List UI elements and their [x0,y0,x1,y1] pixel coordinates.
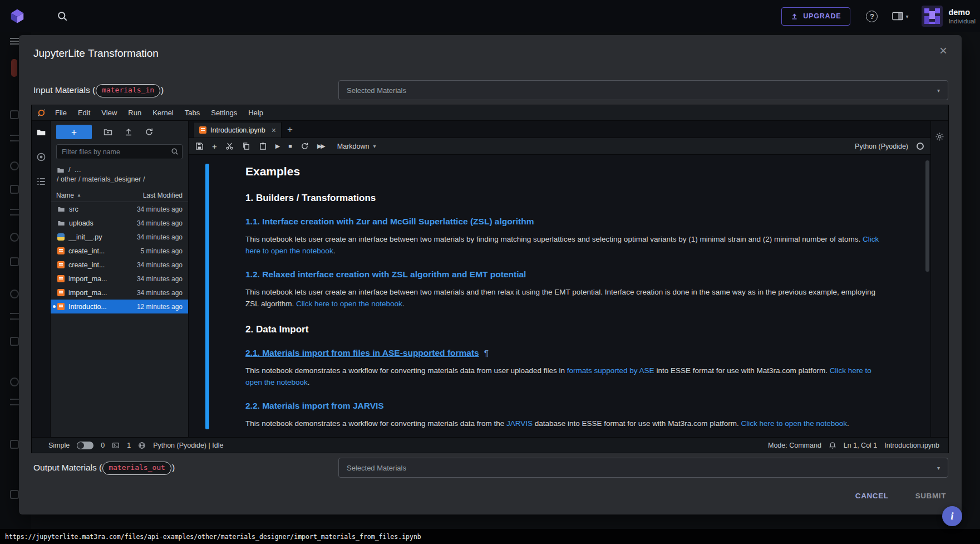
home-folder-icon[interactable] [57,166,65,174]
breadcrumb: / … / other / materials_designer / [51,160,188,187]
new-tab-icon[interactable]: + [282,124,298,138]
close-icon[interactable]: × [939,44,947,57]
open-notebook-link[interactable]: Click here to open the notebook [741,419,847,428]
md-link-heading-2-2[interactable]: 2.2. Materials import from JARVIS [245,401,885,411]
table-of-contents-icon[interactable] [36,177,46,187]
submit-button[interactable]: SUBMIT [915,492,946,500]
menu-file[interactable]: File [50,109,72,117]
upgrade-button[interactable]: UPGRADE [781,7,850,26]
dropdown-label: Selected Materials [347,86,937,95]
upgrade-label: UPGRADE [803,12,841,20]
close-tab-icon[interactable]: × [272,126,276,135]
menu-run[interactable]: Run [122,109,147,117]
search-icon[interactable] [57,11,68,22]
kernel-status-icon[interactable] [917,143,924,150]
table-row[interactable]: create_int... 34 minutes ago [51,258,188,272]
restart-kernel-icon[interactable] [301,142,309,150]
view-switcher-icon[interactable]: ▾ [892,12,908,21]
md-paragraph-2-1: This notebook demonstrates a workflow fo… [245,365,885,388]
menu-kernel[interactable]: Kernel [147,109,179,117]
tab-introduction-ipynb[interactable]: Introduction.ipynb × [194,122,282,138]
input-selected-materials-dropdown[interactable]: Selected Materials ▾ [338,80,948,100]
info-icon: i [951,510,953,522]
period: . [333,247,336,255]
copy-cell-icon[interactable] [242,142,250,150]
file-name: import_ma... [68,275,137,283]
add-cell-icon[interactable]: + [212,142,217,150]
cut-cell-icon[interactable] [225,142,234,150]
md-paragraph-1-2: This notebook lets user create an interf… [245,286,885,310]
new-launcher-button[interactable]: + [56,125,92,139]
menu-view[interactable]: View [96,109,122,117]
bell-icon[interactable] [829,442,836,449]
markdown-cell: Examples 1. Builders / Transformations 1… [205,164,930,429]
output-selected-materials-dropdown[interactable]: Selected Materials ▾ [338,458,948,478]
notebook-content: Examples 1. Builders / Transformations 1… [189,155,930,437]
cancel-button[interactable]: CANCEL [855,492,889,500]
file-modified: 34 minutes ago [137,289,183,297]
ase-formats-link[interactable]: formats supported by ASE [567,366,654,375]
upload-files-icon[interactable] [124,128,133,136]
kernel-state[interactable]: Python (Pyodide) | Idle [153,442,223,449]
md-paragraph-2-2: This notebook demonstrates a workflow fo… [245,418,885,429]
table-row[interactable]: import_ma... 34 minutes ago [51,286,188,300]
stop-kernel-icon[interactable]: ■ [288,143,292,149]
avatar[interactable] [922,6,943,27]
notebook-panel: Introduction.ipynb × + + ▶ ■ ▶▶ [189,121,930,437]
open-notebook-link[interactable]: Click here to open the notebook [296,300,402,308]
table-row[interactable]: uploads 34 minutes ago [51,216,188,230]
cell-type-dropdown[interactable]: Markdown ▾ [337,143,376,150]
anchor-pilcrow-icon[interactable]: ¶ [484,348,489,357]
breadcrumb-root[interactable]: / [68,165,70,175]
menu-help[interactable]: Help [243,109,269,117]
simple-mode-toggle[interactable] [77,442,93,449]
save-icon[interactable] [195,142,204,150]
menu-settings[interactable]: Settings [205,109,243,117]
file-modified: 34 minutes ago [137,205,183,213]
restart-run-all-icon[interactable]: ▶▶ [317,143,324,149]
help-icon[interactable]: ? [866,11,878,22]
file-browser-icon[interactable] [36,128,46,138]
mat3ra-logo[interactable] [9,8,26,24]
notebook-scrollbar[interactable] [925,160,929,272]
file-browser-toolbar: + [51,121,188,142]
menu-tabs[interactable]: Tabs [179,109,205,117]
column-header-name[interactable]: Name ▲ [56,192,143,199]
breadcrumb-path[interactable]: / other / materials_designer / [57,175,145,183]
breadcrumb-ellipsis[interactable]: … [74,165,81,175]
terminal-icon[interactable] [112,442,120,449]
md-link-heading-2-1[interactable]: 2.1. Materials import from files in ASE-… [245,348,885,358]
chevron-down-icon: ▾ [937,465,940,471]
jarvis-link[interactable]: JARVIS [506,419,533,428]
open-file-dot-icon [53,305,56,308]
folder-icon [57,219,65,227]
chevron-down-icon: ▾ [937,87,940,94]
md-link-heading-1-1[interactable]: 1.1. Interface creation with Zur and McG… [245,217,885,227]
period: . [308,378,310,386]
globe-icon[interactable] [138,442,146,449]
file-table-header: Name ▲ Last Modified [51,189,188,202]
paragraph-text: This notebook lets user create an interf… [245,235,863,243]
settings-gear-icon[interactable] [935,132,944,437]
paste-cell-icon[interactable] [259,142,267,150]
menu-edit[interactable]: Edit [72,109,96,117]
cell-collapser[interactable] [205,164,209,429]
run-cell-icon[interactable]: ▶ [275,143,280,149]
cursor-position[interactable]: Ln 1, Col 1 [844,442,877,449]
new-folder-icon[interactable] [104,128,112,136]
file-browser-panel: + [51,121,189,437]
kernel-name-button[interactable]: Python (Pyodide) [855,143,908,150]
file-modified: 34 minutes ago [137,219,183,227]
md-link-heading-1-2[interactable]: 1.2. Relaxed interface creation with ZSL… [245,269,885,280]
running-kernels-icon[interactable] [36,152,46,162]
column-header-last-modified[interactable]: Last Modified [143,192,183,199]
table-row[interactable]: import_ma... 34 minutes ago [51,272,188,286]
refresh-file-list-icon[interactable] [145,128,154,136]
table-row[interactable]: create_int... 5 minutes ago [51,244,188,258]
table-row[interactable]: src 34 minutes ago [51,202,188,216]
table-row-selected[interactable]: Introductio... 12 minutes ago [51,300,188,313]
filter-files-input[interactable] [56,144,183,159]
table-row[interactable]: __init__.py 34 minutes ago [51,230,188,244]
info-button[interactable]: i [942,506,962,526]
mode-indicator[interactable]: Mode: Command [768,442,821,449]
